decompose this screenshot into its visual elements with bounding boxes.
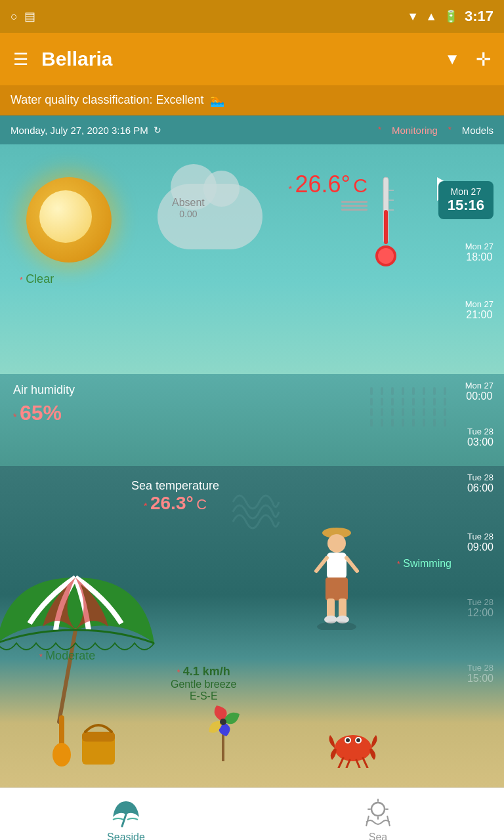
timestamp-1800[interactable]: Mon 27 18:00: [465, 242, 494, 263]
sun-graphic: [26, 177, 112, 262]
svg-line-34: [356, 760, 360, 768]
svg-point-27: [335, 735, 371, 761]
sea-ts-time-8: 15:00: [467, 673, 494, 684]
temp-star: *: [289, 184, 292, 194]
swimming-label-container: * Swimming: [397, 558, 452, 570]
svg-line-20: [59, 630, 75, 722]
timestamp-2100[interactable]: Mon 27 21:00: [465, 299, 494, 321]
ts-time-2: 21:00: [465, 309, 494, 321]
sea-ts-time-6: 09:00: [467, 541, 494, 553]
sea-temp-value: 26.3°: [150, 493, 194, 513]
header-right: ▼ ✛: [444, 49, 491, 70]
wind-star: *: [177, 668, 180, 677]
temp-value-container: * 26.6° C: [289, 171, 368, 198]
monitoring-label[interactable]: Monitoring: [392, 125, 438, 136]
svg-rect-15: [327, 598, 335, 618]
date-text: Monday, July 27, 2020 3:16 PM: [10, 125, 148, 136]
hamburger-menu-icon[interactable]: ☰: [13, 49, 28, 70]
thermometer-svg: [373, 171, 399, 276]
svg-point-19: [317, 621, 356, 630]
ts-time-1: 18:00: [465, 251, 494, 263]
nav-item-seaside[interactable]: Seaside: [0, 792, 252, 841]
ts-day-4: Tue 28: [467, 427, 494, 436]
compass-icon[interactable]: ✛: [476, 49, 491, 70]
wind-speed-container: * 4.1 km/h: [171, 665, 237, 679]
wifi-icon: ▼: [407, 10, 419, 24]
cloud-value: 0.00: [172, 209, 205, 219]
svg-line-12: [316, 558, 327, 571]
svg-point-10: [327, 534, 346, 553]
sea-timestamp-0600[interactable]: Tue 28 06:00: [467, 472, 494, 494]
svg-line-32: [339, 758, 343, 768]
timestamp-2800-0300[interactable]: Tue 28 03:00: [467, 427, 494, 448]
sea-ts-day-5: Tue 28: [467, 472, 494, 482]
water-quality-icon: 🏊: [210, 93, 224, 108]
sea-nav-label: Sea: [369, 831, 387, 841]
svg-rect-1: [384, 210, 388, 244]
clear-label-container: * Clear: [20, 272, 54, 286]
sand-toys-svg: [46, 709, 125, 774]
signal-icon: ▲: [425, 10, 437, 24]
wind-desc: Gentle breeze: [171, 679, 237, 690]
svg-rect-11: [327, 553, 346, 579]
svg-point-37: [371, 803, 385, 816]
water-quality-banner: Water quality classification: Excellent …: [0, 85, 504, 116]
svg-point-26: [220, 719, 226, 725]
models-label[interactable]: Models: [462, 125, 494, 136]
sea-temp-label: Sea temperature: [131, 479, 219, 493]
wind-speed: 4.1 km/h: [183, 665, 230, 678]
temp-lines: [289, 201, 368, 211]
sea-temp-unit: C: [196, 496, 207, 513]
sea-temp-star: *: [144, 501, 147, 511]
refresh-icon[interactable]: ↻: [154, 125, 161, 135]
sea-temp-value-container: * 26.3° C: [131, 493, 219, 514]
svg-line-35: [363, 758, 368, 768]
temp-value: 26.6°: [295, 171, 350, 198]
moderate-label-container: * Moderate: [39, 649, 95, 663]
dropdown-icon[interactable]: ▼: [444, 50, 460, 68]
water-quality-text: Water quality classification: Excellent: [10, 93, 203, 107]
moderate-label: Moderate: [45, 649, 95, 662]
ts-day-1: Mon 27: [465, 242, 494, 251]
svg-point-31: [356, 738, 360, 742]
ts-day-3: Mon 27: [465, 381, 494, 390]
svg-line-36: [122, 814, 126, 826]
svg-rect-24: [82, 732, 115, 742]
sea-ts-day-7: Tue 28: [467, 597, 494, 607]
pinwheel-svg: [197, 696, 249, 761]
header-left: ☰ Bellaria: [13, 48, 112, 70]
crab-svg: [327, 722, 379, 768]
sea-timestamp-1500-faded[interactable]: Tue 28 15:00: [467, 663, 494, 684]
date-left: Monday, July 27, 2020 3:16 PM ↻: [10, 125, 161, 136]
person-figure: [307, 518, 366, 630]
swimming-label: Swimming: [403, 558, 452, 569]
battery-icon: 🔋: [444, 9, 458, 24]
rain-dots-decoration: [370, 387, 452, 427]
app-header: ☰ Bellaria ▼ ✛: [0, 33, 504, 85]
cloud-label: Absent 0.00: [172, 197, 205, 219]
bottom-navigation: Seaside Sea: [0, 788, 504, 840]
humidity-star: *: [13, 411, 16, 422]
sea-timestamp-0900[interactable]: Tue 28 09:00: [467, 532, 494, 553]
sea-ts-day-6: Tue 28: [467, 532, 494, 541]
sea-ts-time-5: 06:00: [467, 482, 494, 494]
date-row: Monday, July 27, 2020 3:16 PM ↻ * Monito…: [0, 116, 504, 144]
humidity-section: Air humidity * 65% Mon 27 00:00 Tue 28 0…: [0, 374, 504, 466]
sky-section: * Clear Absent 0.00 * 26.6° C: [0, 144, 504, 374]
clear-label: Clear: [26, 272, 54, 285]
svg-point-22: [52, 743, 71, 766]
temp-unit: C: [353, 175, 368, 196]
cloud-container: Absent 0.00: [158, 184, 262, 249]
app-title: Bellaria: [41, 48, 112, 70]
moderate-star: *: [39, 652, 43, 662]
current-time-badge[interactable]: Mon 27 15:16: [438, 181, 494, 219]
badge-time: 15:16: [448, 197, 484, 214]
sea-timestamp-1200-faded[interactable]: Tue 28 12:00: [467, 597, 494, 619]
timestamp-2700-0000[interactable]: Mon 27 00:00: [465, 381, 494, 402]
status-left: ○ ▤: [10, 9, 35, 24]
nav-item-sea[interactable]: Sea: [252, 792, 504, 841]
temp-display: * 26.6° C: [289, 171, 368, 211]
circle-icon: ○: [10, 10, 18, 24]
sea-temp-container: Sea temperature * 26.3° C: [131, 479, 219, 514]
ts-time-4: 03:00: [467, 436, 494, 448]
